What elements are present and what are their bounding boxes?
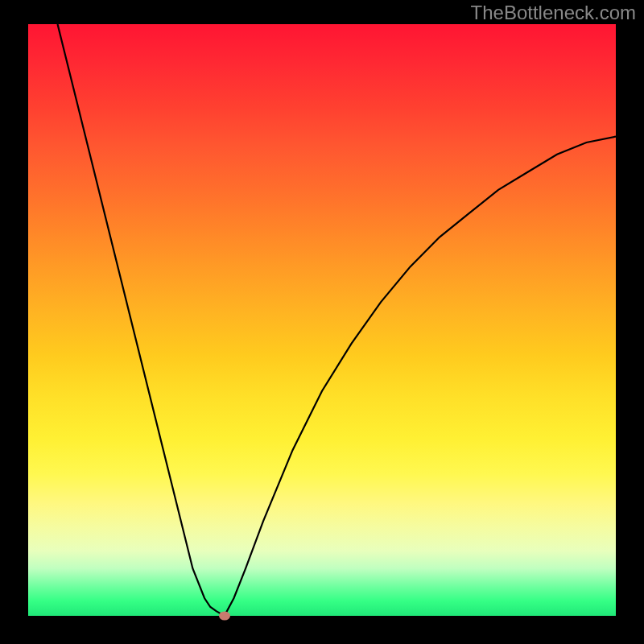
plot-area — [28, 24, 616, 616]
optimal-point-marker — [219, 612, 230, 621]
watermark-text: TheBottleneck.com — [471, 2, 636, 24]
curve-svg — [28, 24, 616, 616]
bottleneck-curve — [58, 24, 617, 616]
chart-container: TheBottleneck.com — [0, 0, 644, 644]
